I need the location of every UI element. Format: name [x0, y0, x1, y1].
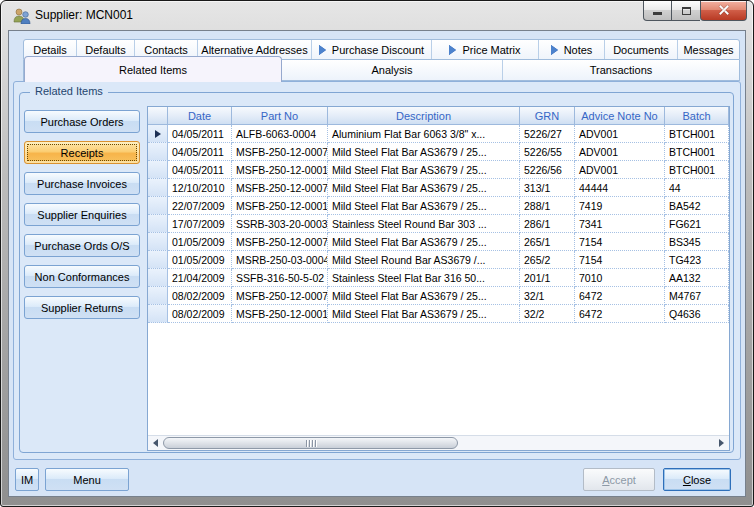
cell-advice-note-no[interactable]: 7154: [575, 233, 665, 251]
table-row[interactable]: 21/04/2009 SSFB-316-50-5-02 Stainless St…: [148, 269, 729, 287]
cell-grn[interactable]: 265/2: [520, 251, 575, 269]
cell-part-no[interactable]: MSRB-250-03-0004: [232, 251, 328, 269]
cell-description[interactable]: Mild Steel Flat Bar AS3679 / 25...: [328, 179, 520, 197]
row-selector-cell[interactable]: [148, 251, 168, 269]
cell-date[interactable]: 17/07/2009: [168, 215, 232, 233]
maximize-button[interactable]: [672, 1, 700, 21]
cell-grn[interactable]: 313/1: [520, 179, 575, 197]
im-button[interactable]: IM: [15, 468, 39, 491]
cell-date[interactable]: 22/07/2009: [168, 197, 232, 215]
cell-advice-note-no[interactable]: 7154: [575, 251, 665, 269]
cell-description[interactable]: Mild Steel Flat Bar AS3679 / 25...: [328, 161, 520, 179]
cell-grn[interactable]: 265/1: [520, 233, 575, 251]
column-header-advice-note-no[interactable]: Advice Note No: [575, 107, 665, 125]
cell-description[interactable]: Aluminium Flat Bar 6063 3/8" x...: [328, 125, 520, 143]
purchase-orders-button[interactable]: Purchase Orders: [24, 110, 140, 133]
tab-analysis[interactable]: Analysis: [282, 60, 503, 80]
close-window-button[interactable]: [700, 1, 747, 21]
cell-batch[interactable]: M4767: [665, 287, 729, 305]
cell-advice-note-no[interactable]: ADV001: [575, 125, 665, 143]
column-header-grn[interactable]: GRN: [520, 107, 575, 125]
cell-advice-note-no[interactable]: ADV001: [575, 161, 665, 179]
cell-description[interactable]: Mild Steel Flat Bar AS3679 / 25...: [328, 287, 520, 305]
table-row[interactable]: 01/05/2009 MSFB-250-12-0007 Mild Steel F…: [148, 233, 729, 251]
cell-grn[interactable]: 286/1: [520, 215, 575, 233]
scroll-right-button[interactable]: [714, 436, 729, 450]
titlebar[interactable]: Supplier: MCN001: [1, 1, 753, 30]
cell-part-no[interactable]: SSFB-316-50-5-02: [232, 269, 328, 287]
row-selector-cell[interactable]: [148, 269, 168, 287]
cell-advice-note-no[interactable]: 7419: [575, 197, 665, 215]
cell-description[interactable]: Mild Steel Round Bar AS3679 /...: [328, 251, 520, 269]
cell-advice-note-no[interactable]: 44444: [575, 179, 665, 197]
cell-batch[interactable]: BA542: [665, 197, 729, 215]
cell-description[interactable]: Mild Steel Flat Bar AS3679 / 25...: [328, 143, 520, 161]
table-row[interactable]: 01/05/2009 MSRB-250-03-0004 Mild Steel R…: [148, 251, 729, 269]
cell-date[interactable]: 01/05/2009: [168, 251, 232, 269]
cell-date[interactable]: 08/02/2009: [168, 305, 232, 323]
scrollbar-track[interactable]: [163, 436, 714, 450]
cell-grn[interactable]: 5226/56: [520, 161, 575, 179]
cell-part-no[interactable]: ALFB-6063-0004: [232, 125, 328, 143]
table-row[interactable]: 04/05/2011 MSFB-250-12-0001 Mild Steel F…: [148, 161, 729, 179]
cell-part-no[interactable]: MSFB-250-12-0007: [232, 233, 328, 251]
non-conformances-button[interactable]: Non Conformances: [24, 265, 140, 288]
table-row[interactable]: 08/02/2009 MSFB-250-12-0007 Mild Steel F…: [148, 287, 729, 305]
row-selector-cell[interactable]: [148, 305, 168, 323]
cell-description[interactable]: Mild Steel Flat Bar AS3679 / 25...: [328, 305, 520, 323]
table-row[interactable]: 04/05/2011 MSFB-250-12-0007 Mild Steel F…: [148, 143, 729, 161]
cell-description[interactable]: Mild Steel Flat Bar AS3679 / 25...: [328, 197, 520, 215]
receipts-button[interactable]: Receipts: [24, 141, 140, 164]
cell-part-no[interactable]: MSFB-250-12-0007: [232, 287, 328, 305]
purchase-invoices-button[interactable]: Purchase Invoices: [24, 172, 140, 195]
row-selector-cell[interactable]: [148, 125, 168, 143]
cell-batch[interactable]: FG621: [665, 215, 729, 233]
cell-grn[interactable]: 32/1: [520, 287, 575, 305]
column-header-date[interactable]: Date: [168, 107, 232, 125]
cell-advice-note-no[interactable]: ADV001: [575, 143, 665, 161]
column-header-description[interactable]: Description: [328, 107, 520, 125]
cell-description[interactable]: Mild Steel Flat Bar AS3679 / 25...: [328, 233, 520, 251]
tab-price-matrix[interactable]: Price Matrix: [432, 40, 539, 59]
cell-batch[interactable]: BTCH001: [665, 143, 729, 161]
row-selector-cell[interactable]: [148, 233, 168, 251]
cell-grn[interactable]: 5226/27: [520, 125, 575, 143]
row-selector-cell[interactable]: [148, 197, 168, 215]
cell-date[interactable]: 12/10/2010: [168, 179, 232, 197]
row-selector-cell[interactable]: [148, 143, 168, 161]
minimize-button[interactable]: [643, 1, 672, 21]
cell-date[interactable]: 04/05/2011: [168, 125, 232, 143]
cell-advice-note-no[interactable]: 6472: [575, 305, 665, 323]
close-button[interactable]: Close: [663, 468, 731, 491]
cell-advice-note-no[interactable]: 7010: [575, 269, 665, 287]
purchase-ords-os-button[interactable]: Purchase Ords O/S: [24, 234, 140, 257]
row-selector-cell[interactable]: [148, 215, 168, 233]
table-row[interactable]: 17/07/2009 SSRB-303-20-0003 Stainless St…: [148, 215, 729, 233]
supplier-enquiries-button[interactable]: Supplier Enquiries: [24, 203, 140, 226]
cell-part-no[interactable]: MSFB-250-12-0001: [232, 197, 328, 215]
cell-batch[interactable]: BTCH001: [665, 161, 729, 179]
table-row[interactable]: 08/02/2009 MSFB-250-12-0001 Mild Steel F…: [148, 305, 729, 323]
scroll-left-button[interactable]: [148, 436, 163, 450]
cell-date[interactable]: 04/05/2011: [168, 143, 232, 161]
cell-date[interactable]: 08/02/2009: [168, 287, 232, 305]
table-row[interactable]: 12/10/2010 MSFB-250-12-0007 Mild Steel F…: [148, 179, 729, 197]
cell-batch[interactable]: TG423: [665, 251, 729, 269]
tab-notes[interactable]: Notes: [539, 40, 605, 59]
cell-part-no[interactable]: MSFB-250-12-0007: [232, 143, 328, 161]
cell-date[interactable]: 21/04/2009: [168, 269, 232, 287]
column-header-part-no[interactable]: Part No: [232, 107, 328, 125]
row-selector-cell[interactable]: [148, 287, 168, 305]
supplier-returns-button[interactable]: Supplier Returns: [24, 296, 140, 319]
cell-date[interactable]: 01/05/2009: [168, 233, 232, 251]
cell-description[interactable]: Stainless Steel Flat Bar 316 50...: [328, 269, 520, 287]
cell-batch[interactable]: AA132: [665, 269, 729, 287]
cell-advice-note-no[interactable]: 6472: [575, 287, 665, 305]
row-selector-cell[interactable]: [148, 179, 168, 197]
scrollbar-thumb[interactable]: [163, 437, 458, 449]
tab-purchase-discount[interactable]: Purchase Discount: [312, 40, 432, 59]
cell-grn[interactable]: 201/1: [520, 269, 575, 287]
tab-transactions[interactable]: Transactions: [503, 60, 739, 80]
accept-button[interactable]: Accept: [583, 468, 655, 491]
menu-button[interactable]: Menu: [45, 468, 129, 491]
